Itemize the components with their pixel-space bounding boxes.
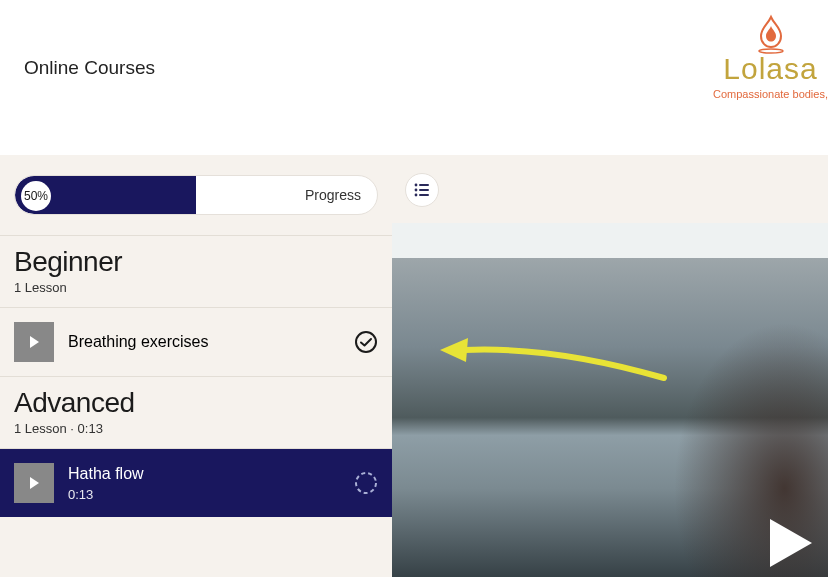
section-beginner: Beginner 1 Lesson Breathing exercises (0, 235, 392, 376)
svg-rect-6 (419, 184, 429, 186)
svg-marker-11 (770, 519, 812, 567)
svg-point-9 (415, 194, 418, 197)
dashed-circle-icon (354, 471, 378, 495)
section-subtitle: 1 Lesson (14, 280, 378, 295)
lesson-title: Breathing exercises (68, 333, 340, 351)
toggle-strip (392, 155, 828, 223)
play-icon (14, 463, 54, 503)
lesson-thumbnail (14, 463, 54, 503)
lesson-title: Hatha flow (68, 465, 340, 483)
progress-row: 50% Progress (0, 155, 392, 235)
play-icon (770, 519, 812, 567)
flame-drop-icon (751, 14, 791, 54)
lesson-item-active[interactable]: Hatha flow 0:13 (0, 448, 392, 517)
svg-rect-8 (419, 189, 429, 191)
svg-rect-10 (419, 194, 429, 196)
section-subtitle: 1 Lesson · 0:13 (14, 421, 378, 436)
play-icon (14, 322, 54, 362)
page-title: Online Courses (24, 57, 155, 79)
progress-percent-badge: 50% (21, 181, 51, 211)
section-header[interactable]: Beginner 1 Lesson (0, 236, 392, 307)
svg-marker-3 (30, 477, 39, 489)
svg-point-5 (415, 184, 418, 187)
sidebar-toggle-button[interactable] (405, 173, 439, 207)
svg-point-4 (356, 473, 376, 493)
svg-point-2 (356, 332, 376, 352)
check-circle-icon (354, 330, 378, 354)
lesson-body: Breathing exercises (68, 333, 340, 351)
lesson-sidebar: 50% Progress Beginner 1 Lesson Breathing… (0, 155, 392, 577)
brand-block: Lolasa Compassionate bodies, (713, 14, 828, 100)
lesson-body: Hatha flow 0:13 (68, 465, 340, 502)
section-title: Advanced (14, 387, 378, 419)
brand-name: Lolasa (713, 52, 828, 86)
lesson-time: 0:13 (68, 487, 340, 502)
brand-tagline: Compassionate bodies, (713, 88, 828, 100)
list-icon (413, 181, 431, 199)
lesson-item[interactable]: Breathing exercises (0, 307, 392, 376)
progress-pill[interactable]: 50% Progress (14, 175, 378, 215)
section-header[interactable]: Advanced 1 Lesson · 0:13 (0, 377, 392, 448)
video-area (392, 155, 828, 577)
section-title: Beginner (14, 246, 378, 278)
svg-marker-1 (30, 336, 39, 348)
main: 50% Progress Beginner 1 Lesson Breathing… (0, 155, 828, 577)
video-player[interactable] (392, 223, 828, 577)
header: Online Courses Lolasa Compassionate bodi… (0, 0, 828, 155)
svg-point-7 (415, 189, 418, 192)
progress-label: Progress (305, 187, 361, 203)
section-advanced: Advanced 1 Lesson · 0:13 Hatha flow 0:13 (0, 376, 392, 517)
lesson-thumbnail (14, 322, 54, 362)
play-button[interactable] (770, 519, 812, 571)
